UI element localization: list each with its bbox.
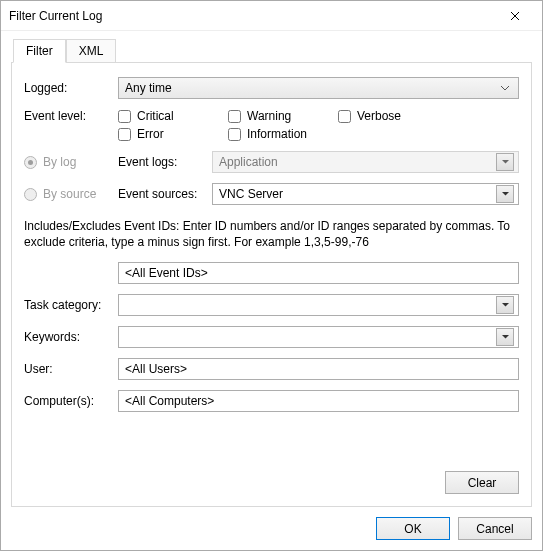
clear-button[interactable]: Clear bbox=[445, 471, 519, 494]
check-error-label: Error bbox=[137, 127, 164, 141]
radio-by-log-row: By log bbox=[24, 155, 118, 169]
check-warning-label: Warning bbox=[247, 109, 291, 123]
close-button[interactable] bbox=[494, 2, 536, 30]
check-warning-box[interactable] bbox=[228, 110, 241, 123]
logged-value: Any time bbox=[125, 81, 496, 95]
tab-filter-label: Filter bbox=[26, 44, 53, 58]
check-information-box[interactable] bbox=[228, 128, 241, 141]
check-critical-box[interactable] bbox=[118, 110, 131, 123]
tab-xml[interactable]: XML bbox=[66, 39, 117, 63]
clear-button-label: Clear bbox=[468, 476, 497, 490]
label-event-level: Event level: bbox=[24, 109, 118, 123]
window-title: Filter Current Log bbox=[9, 9, 494, 23]
event-logs-value: Application bbox=[219, 155, 496, 169]
radio-by-log-label: By log bbox=[43, 155, 76, 169]
keywords-dropdown[interactable] bbox=[118, 326, 519, 348]
close-icon bbox=[510, 11, 520, 21]
event-logs-dropdown: Application bbox=[212, 151, 519, 173]
check-verbose-box[interactable] bbox=[338, 110, 351, 123]
label-task-category: Task category: bbox=[24, 298, 118, 312]
tabstrip: Filter XML bbox=[13, 39, 532, 63]
event-sources-dropdown[interactable]: VNC Server bbox=[212, 183, 519, 205]
tab-page-filter: Logged: Any time Event level: Critical W… bbox=[11, 62, 532, 507]
check-verbose[interactable]: Verbose bbox=[338, 109, 428, 123]
cancel-button[interactable]: Cancel bbox=[458, 517, 532, 540]
tab-filter[interactable]: Filter bbox=[13, 39, 66, 63]
chevron-down-icon bbox=[496, 328, 514, 346]
event-level-group: Critical Warning Verbose Error Informati… bbox=[118, 109, 519, 141]
event-sources-value: VNC Server bbox=[219, 187, 496, 201]
ok-button[interactable]: OK bbox=[376, 517, 450, 540]
user-input[interactable] bbox=[118, 358, 519, 380]
check-information[interactable]: Information bbox=[228, 127, 318, 141]
computers-input[interactable] bbox=[118, 390, 519, 412]
chevron-down-icon bbox=[496, 153, 514, 171]
check-critical-label: Critical bbox=[137, 109, 174, 123]
client-area: Filter XML Logged: Any time bbox=[1, 31, 542, 550]
check-error-box[interactable] bbox=[118, 128, 131, 141]
radio-by-source-row: By source bbox=[24, 187, 118, 201]
event-ids-input[interactable] bbox=[118, 262, 519, 284]
label-computers: Computer(s): bbox=[24, 394, 118, 408]
chevron-down-icon bbox=[496, 86, 514, 91]
titlebar: Filter Current Log bbox=[1, 1, 542, 31]
radio-by-source-label: By source bbox=[43, 187, 96, 201]
chevron-down-icon bbox=[496, 185, 514, 203]
check-verbose-label: Verbose bbox=[357, 109, 401, 123]
label-user: User: bbox=[24, 362, 118, 376]
logged-dropdown[interactable]: Any time bbox=[118, 77, 519, 99]
radio-by-log bbox=[24, 156, 37, 169]
label-keywords: Keywords: bbox=[24, 330, 118, 344]
cancel-button-label: Cancel bbox=[476, 522, 513, 536]
label-event-sources: Event sources: bbox=[118, 187, 212, 201]
dialog-footer: OK Cancel bbox=[11, 507, 532, 540]
chevron-down-icon bbox=[496, 296, 514, 314]
radio-by-source bbox=[24, 188, 37, 201]
check-critical[interactable]: Critical bbox=[118, 109, 208, 123]
task-category-dropdown[interactable] bbox=[118, 294, 519, 316]
label-logged: Logged: bbox=[24, 81, 118, 95]
ok-button-label: OK bbox=[404, 522, 421, 536]
check-information-label: Information bbox=[247, 127, 307, 141]
check-error[interactable]: Error bbox=[118, 127, 208, 141]
dialog-window: Filter Current Log Filter XML Logged: An… bbox=[0, 0, 543, 551]
label-event-logs: Event logs: bbox=[118, 155, 212, 169]
tab-xml-label: XML bbox=[79, 44, 104, 58]
check-warning[interactable]: Warning bbox=[228, 109, 318, 123]
event-ids-hint: Includes/Excludes Event IDs: Enter ID nu… bbox=[24, 219, 519, 250]
